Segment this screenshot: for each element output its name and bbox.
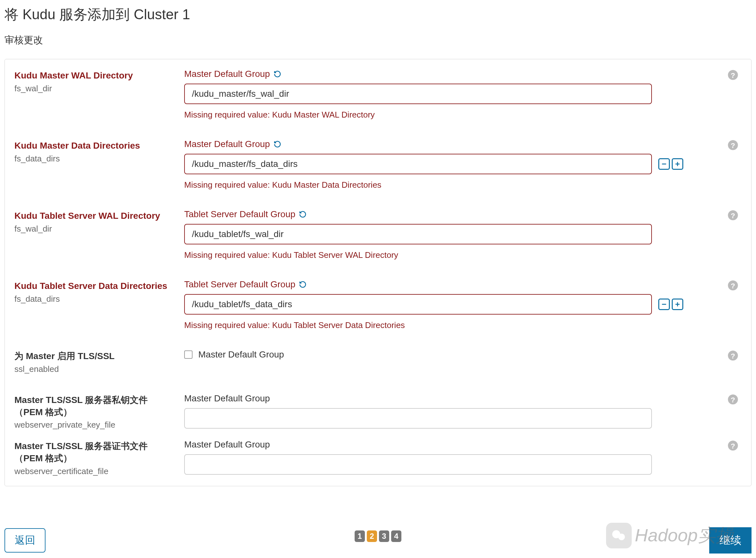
reset-icon[interactable] (273, 70, 282, 78)
add-button[interactable] (672, 299, 683, 310)
svg-text:?: ? (731, 141, 735, 150)
config-row: 为 Master 启用 TLS/SSL ssl_enabled Master D… (15, 350, 738, 374)
reset-icon[interactable] (273, 140, 282, 148)
config-key: fs_wal_dir (15, 84, 175, 94)
svg-text:?: ? (731, 71, 735, 79)
config-key: webserver_certificate_file (15, 466, 175, 476)
config-key: webserver_private_key_file (15, 420, 175, 430)
config-row: Kudu Master Data Directories fs_data_dir… (15, 139, 738, 190)
config-key: fs_data_dirs (15, 154, 175, 164)
page-subtitle: 审核更改 (4, 34, 752, 47)
config-label: Master TLS/SSL 服务器私钥文件（PEM 格式） (15, 394, 175, 418)
group-header: Master Default Group (184, 394, 738, 404)
add-button[interactable] (672, 158, 683, 170)
help-icon[interactable]: ? (728, 210, 738, 221)
config-row: Kudu Tablet Server WAL Directory fs_wal_… (15, 209, 738, 260)
config-input[interactable] (184, 224, 652, 245)
group-name: Master Default Group (198, 350, 284, 360)
help-icon[interactable]: ? (728, 394, 738, 405)
config-row: Kudu Master WAL Directory fs_wal_dir Mas… (15, 69, 738, 120)
remove-button[interactable] (658, 299, 670, 310)
help-icon[interactable]: ? (728, 280, 738, 291)
group-name: Master Default Group (184, 139, 270, 149)
config-label: Kudu Tablet Server WAL Directory (15, 210, 175, 222)
svg-text:?: ? (731, 352, 735, 360)
remove-button[interactable] (658, 158, 670, 170)
page-title: 将 Kudu 服务添加到 Cluster 1 (4, 5, 752, 24)
group-name: Tablet Server Default Group (184, 279, 295, 289)
group-name: Master Default Group (184, 439, 270, 450)
reset-icon[interactable] (299, 210, 307, 219)
config-label: 为 Master 启用 TLS/SSL (15, 350, 175, 362)
error-message: Missing required value: Kudu Master Data… (184, 180, 738, 190)
config-input[interactable] (184, 294, 652, 314)
reset-icon[interactable] (299, 280, 307, 288)
continue-button[interactable]: 继续 (709, 527, 752, 554)
config-label: Kudu Tablet Server Data Directories (15, 280, 175, 292)
config-row: Kudu Tablet Server Data Directories fs_d… (15, 279, 738, 330)
group-header: Master Default Group (184, 439, 738, 450)
svg-text:?: ? (731, 211, 735, 220)
config-key: fs_wal_dir (15, 224, 175, 234)
svg-text:?: ? (731, 442, 735, 450)
ssl-checkbox[interactable] (184, 350, 193, 359)
config-label: Kudu Master Data Directories (15, 140, 175, 152)
config-key: fs_data_dirs (15, 294, 175, 304)
config-input[interactable] (184, 408, 652, 429)
config-input[interactable] (184, 84, 652, 104)
help-icon[interactable]: ? (728, 70, 738, 80)
config-row: Master TLS/SSL 服务器证书文件（PEM 格式） webserver… (15, 439, 738, 476)
config-panel: Kudu Master WAL Directory fs_wal_dir Mas… (4, 59, 752, 486)
group-name: Tablet Server Default Group (184, 209, 295, 220)
group-header: Tablet Server Default Group (184, 279, 738, 289)
group-name: Master Default Group (184, 69, 270, 79)
group-header: Tablet Server Default Group (184, 209, 738, 220)
help-icon[interactable]: ? (728, 350, 738, 361)
help-icon[interactable]: ? (728, 140, 738, 151)
svg-text:?: ? (731, 395, 735, 404)
back-button[interactable]: 返回 (4, 528, 46, 553)
svg-text:?: ? (731, 282, 735, 290)
config-input[interactable] (184, 454, 652, 475)
error-message: Missing required value: Kudu Tablet Serv… (184, 320, 738, 330)
footer: 返回 继续 (4, 527, 752, 554)
config-label: Kudu Master WAL Directory (15, 70, 175, 82)
error-message: Missing required value: Kudu Tablet Serv… (184, 250, 738, 260)
group-header: Master Default Group (184, 139, 738, 149)
error-message: Missing required value: Kudu Master WAL … (184, 110, 738, 120)
config-key: ssl_enabled (15, 364, 175, 374)
config-label: Master TLS/SSL 服务器证书文件（PEM 格式） (15, 440, 175, 464)
group-name: Master Default Group (184, 394, 270, 404)
config-input[interactable] (184, 154, 652, 174)
config-row: Master TLS/SSL 服务器私钥文件（PEM 格式） webserver… (15, 394, 738, 430)
help-icon[interactable]: ? (728, 440, 738, 451)
group-header: Master Default Group (184, 69, 738, 79)
